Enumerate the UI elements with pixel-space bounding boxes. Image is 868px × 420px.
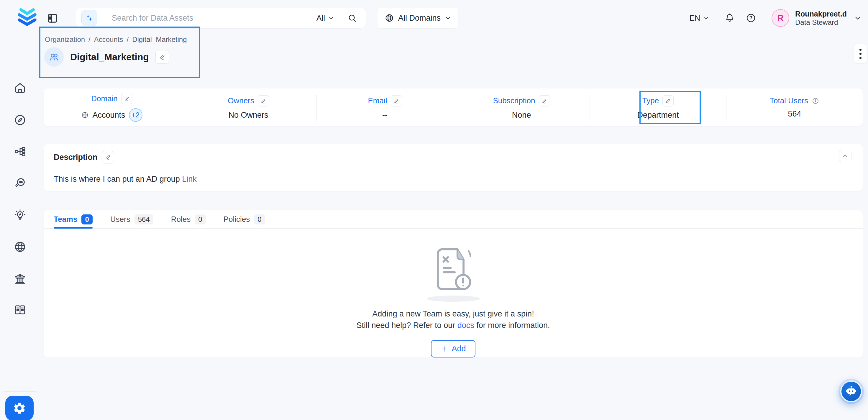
description-text-prefix: This is where I can put an AD group xyxy=(54,175,182,183)
edit-domain-button[interactable] xyxy=(121,93,132,104)
collapse-description-button[interactable] xyxy=(839,150,851,162)
tab-users-count: 564 xyxy=(134,214,153,224)
info-icon[interactable] xyxy=(812,97,819,105)
docs-link[interactable]: docs xyxy=(458,321,474,330)
sidebar-item-explore[interactable] xyxy=(13,114,27,126)
tab-roles[interactable]: Roles 0 xyxy=(171,210,206,228)
language-label: EN xyxy=(689,13,700,23)
all-domains-dropdown[interactable]: All Domains xyxy=(377,8,458,28)
tab-teams[interactable]: Teams 0 xyxy=(54,210,93,228)
owners-value: No Owners xyxy=(228,111,268,120)
info-subscription: Subscription None xyxy=(453,94,590,121)
chevron-down-icon xyxy=(445,15,451,21)
team-info-panel: Domain Accounts +2 Owners No Owners Emai… xyxy=(44,88,863,126)
edit-type-button[interactable] xyxy=(662,95,674,107)
description-link[interactable]: Link xyxy=(182,175,197,183)
tab-roles-count: 0 xyxy=(195,214,206,224)
empty-state-line1: Adding a new Team is easy, just give it … xyxy=(372,309,534,319)
info-total-users: Total Users 564 xyxy=(726,94,863,121)
pencil-icon xyxy=(159,53,166,60)
description-section: Description This is where I can put an A… xyxy=(44,144,863,191)
pencil-icon xyxy=(124,96,130,101)
breadcrumb-organization[interactable]: Organization xyxy=(45,35,85,44)
chevron-up-icon xyxy=(842,152,849,159)
help-icon[interactable] xyxy=(746,13,756,23)
user-menu[interactable]: R Rounakpreet.d Data Steward xyxy=(767,9,862,27)
edit-email-button[interactable] xyxy=(391,95,402,107)
plus-icon xyxy=(440,345,448,353)
tab-policies[interactable]: Policies 0 xyxy=(223,210,265,228)
search-icon[interactable] xyxy=(347,13,357,23)
divider xyxy=(4,391,36,392)
sidebar-item-govern[interactable] xyxy=(13,272,27,286)
description-heading: Description xyxy=(54,153,98,162)
avatar-initial: R xyxy=(777,13,784,23)
language-dropdown[interactable]: EN xyxy=(689,13,709,23)
email-label: Email xyxy=(368,96,387,105)
sidebar-item-domains[interactable] xyxy=(13,240,27,253)
sidebar-toggle-icon[interactable] xyxy=(46,12,59,25)
search-scope-dropdown[interactable]: All xyxy=(316,13,335,23)
empty-state-line2: Still need help? Refer to our docs for m… xyxy=(356,321,550,330)
icon-shadow xyxy=(427,296,480,302)
sidebar-item-insights[interactable] xyxy=(13,209,27,222)
notifications-bell-icon[interactable] xyxy=(724,13,735,23)
tab-roles-label: Roles xyxy=(171,215,190,224)
empty-state: Adding a new Team is easy, just give it … xyxy=(44,229,863,357)
team-tabs-panel: Teams 0 Users 564 Roles 0 Policies 0 Add… xyxy=(44,210,863,357)
topbar-right-cluster: EN R Rounakpreet.d Data Steward xyxy=(689,0,862,36)
chat-bot-button[interactable] xyxy=(840,381,862,402)
type-label: Type xyxy=(642,96,659,105)
user-role: Data Steward xyxy=(795,18,847,27)
pencil-icon xyxy=(394,98,399,104)
avatar: R xyxy=(772,9,789,27)
subscription-value: None xyxy=(512,111,531,120)
app-logo[interactable] xyxy=(13,5,40,30)
edit-owners-button[interactable] xyxy=(258,95,269,107)
breadcrumb-current: Digital_Marketing xyxy=(132,35,187,44)
globe-icon xyxy=(81,111,89,119)
info-type: Type Department xyxy=(590,94,726,121)
chevron-down-icon xyxy=(703,15,709,21)
sidebar-item-settings[interactable] xyxy=(5,396,34,420)
pencil-icon xyxy=(260,98,266,104)
owners-label: Owners xyxy=(228,96,254,105)
edit-title-button[interactable] xyxy=(155,50,169,64)
info-domain: Domain Accounts +2 xyxy=(44,94,180,121)
globe-icon xyxy=(384,13,394,23)
search-input[interactable] xyxy=(112,13,316,23)
total-users-value: 564 xyxy=(788,110,801,119)
left-sidebar xyxy=(0,36,40,420)
info-owners: Owners No Owners xyxy=(180,94,317,121)
team-users-icon xyxy=(49,51,60,63)
edit-subscription-button[interactable] xyxy=(539,95,550,107)
description-text: This is where I can put an AD group Link xyxy=(54,175,197,184)
top-bar: All All Domains EN xyxy=(0,0,868,36)
tab-users[interactable]: Users 564 xyxy=(110,210,153,228)
tab-policies-count: 0 xyxy=(254,214,265,224)
global-search-bar[interactable]: All xyxy=(76,8,366,28)
subscription-label: Subscription xyxy=(493,96,535,105)
domain-more-badge[interactable]: +2 xyxy=(129,108,143,122)
divider xyxy=(104,12,104,24)
sidebar-item-observability[interactable] xyxy=(13,177,27,190)
breadcrumb-accounts[interactable]: Accounts xyxy=(94,35,123,44)
add-team-button[interactable]: Add xyxy=(431,340,475,357)
sidebar-item-lineage[interactable] xyxy=(13,145,27,158)
pencil-icon xyxy=(541,98,548,104)
ai-sparkle-icon[interactable] xyxy=(82,10,97,26)
tab-teams-label: Teams xyxy=(54,215,77,224)
total-users-label: Total Users xyxy=(770,96,808,105)
tab-users-label: Users xyxy=(110,215,130,224)
breadcrumb: Organization / Accounts / Digital_Market… xyxy=(45,35,187,44)
edit-description-button[interactable] xyxy=(102,151,114,163)
tab-policies-label: Policies xyxy=(223,215,250,224)
pencil-icon xyxy=(105,154,111,160)
sidebar-item-home[interactable] xyxy=(13,82,27,94)
page-header: Digital_Marketing xyxy=(44,47,169,67)
breadcrumb-separator: / xyxy=(89,35,91,44)
chevron-down-icon xyxy=(854,14,862,22)
domain-value[interactable]: Accounts xyxy=(92,111,125,120)
more-options-button[interactable] xyxy=(854,44,867,63)
sidebar-item-glossary[interactable] xyxy=(13,303,27,317)
